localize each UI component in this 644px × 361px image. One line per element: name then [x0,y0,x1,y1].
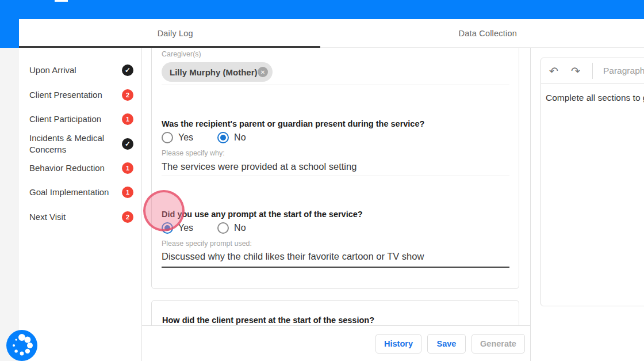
status-badge-count: 1 [122,187,133,198]
dots-spinner-icon [6,330,37,361]
specify-prompt-label: Please specify prompt used: [162,240,252,248]
paragraph-style-dropdown[interactable]: Paragraph [603,66,644,76]
sidebar-item-upon-arrival[interactable]: Upon Arrival ✓ [29,64,133,77]
left-gutter [0,48,19,361]
field-underline [162,85,509,85]
toolbar-separator [592,63,593,79]
chip-remove-icon[interactable]: ✕ [258,67,268,77]
app-screen: Daily Log Data Collection Upon Arrival ✓… [0,0,644,361]
sidebar-item-label: Client Presentation [29,89,116,101]
status-badge-check-icon: ✓ [122,64,133,76]
sidebar-item-label: Client Participation [29,113,116,125]
sidebar-item-client-participation[interactable]: Client Participation 1 [29,113,133,126]
status-badge-count: 2 [122,211,133,223]
caregiver-chip[interactable]: Lilly Murphy (Mother) ✕ [162,62,273,82]
top-left-blue-strip [0,0,19,48]
spinner-fab-button[interactable] [6,330,37,361]
radio-no-label[interactable]: No [234,132,246,143]
sidebar-item-label: Upon Arrival [29,64,116,76]
generate-button[interactable]: Generate [471,334,525,354]
tab-daily-log[interactable]: Daily Log [19,19,332,47]
radio-no[interactable] [217,222,229,234]
radio-yes-label[interactable]: Yes [178,132,193,143]
specify-why-input[interactable]: The services were provided at a school s… [162,161,356,172]
caregiver-chip-label: Lilly Murphy (Mother) [170,67,258,77]
parent-present-question: Was the recipient's parent or guardian p… [162,119,424,128]
editor-content[interactable]: Complete all sections to ge [541,84,644,112]
history-button[interactable]: History [375,334,421,354]
radio-yes[interactable] [162,132,173,143]
sidebar-item-behavior-reduction[interactable]: Behavior Reduction 1 [29,162,133,174]
focused-field-underline [162,267,509,268]
sidebar-item-client-presentation[interactable]: Client Presentation 2 [29,89,133,101]
radio-yes-label[interactable]: Yes [178,223,193,233]
form-scroll-area: Caregiver(s) Lilly Murphy (Mother) ✕ Was… [142,48,530,325]
radio-yes[interactable] [162,222,173,234]
sidebar-item-goal-implementation[interactable]: Goal Implementation 1 [29,186,133,199]
status-badge-count: 1 [122,113,133,125]
section-nav-sidebar: Upon Arrival ✓ Client Presentation 2 Cli… [19,48,142,361]
redo-icon[interactable]: ↷ [569,64,582,78]
note-editor-region: ↶ ↷ Paragraph Complete all sections to g… [531,48,644,361]
sidebar-item-label: Behavior Reduction [29,162,116,174]
prompt-used-radio-group: Yes No [162,222,246,234]
client-present-card: How did the client present at the start … [151,300,519,325]
sidebar-item-label: Next Visit [29,211,116,223]
editor-toolbar: ↶ ↷ Paragraph [541,58,644,84]
tab-data-collection[interactable]: Data Collection [332,19,644,47]
tab-bar: Daily Log Data Collection [19,19,644,48]
client-present-question: How did the client present at the start … [162,316,508,325]
radio-no-label[interactable]: No [234,223,246,233]
note-editor-panel: ↶ ↷ Paragraph Complete all sections to g… [540,58,644,306]
parent-present-radio-group: Yes No [162,131,246,144]
undo-icon[interactable]: ↶ [547,64,560,78]
status-badge-count: 1 [122,162,133,174]
specify-why-label: Please specify why: [162,149,225,157]
caregivers-field-label: Caregiver(s) [162,50,201,58]
radio-no[interactable] [217,132,229,143]
top-notch [55,0,68,2]
sidebar-item-incidents-medical[interactable]: Incidents & Medical Concerns ✓ [29,131,133,157]
specify-prompt-input[interactable]: Discussed why the child likes their favo… [162,251,424,262]
prompt-used-question: Did you use any prompt at the start of t… [162,210,363,219]
field-underline [162,176,509,176]
sidebar-item-next-visit[interactable]: Next Visit 2 [29,211,133,223]
save-button[interactable]: Save [427,334,466,354]
status-badge-check-icon: ✓ [122,138,133,150]
sidebar-item-label: Goal Implementation [29,187,116,198]
top-blue-bar [0,0,644,19]
sidebar-item-label: Incidents & Medical Concerns [29,132,116,155]
status-badge-count: 2 [122,89,133,101]
